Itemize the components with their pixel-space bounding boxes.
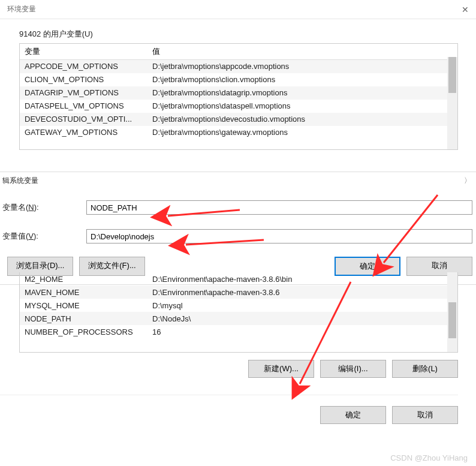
table-row[interactable]: DEVECOSTUDIO_VM_OPTI...D:\jetbra\vmoptio… bbox=[20, 113, 457, 126]
user-vars-table: 变量 值 APPCODE_VM_OPTIONSD:\jetbra\vmoptio… bbox=[19, 43, 458, 150]
table-row[interactable]: NODE_PATHD:\NodeJs\ bbox=[20, 312, 457, 325]
table-row[interactable]: M2_HOMED:\Environment\apache-maven-3.8.6… bbox=[20, 272, 457, 285]
scrollbar-thumb[interactable] bbox=[448, 57, 456, 93]
var-name-input[interactable] bbox=[86, 200, 472, 215]
scrollbar[interactable] bbox=[447, 272, 457, 352]
var-value-label: 变量值(V): bbox=[2, 231, 86, 242]
table-row[interactable]: CLION_VM_OPTIONSD:\jetbra\vmoptions\clio… bbox=[20, 73, 457, 86]
delete-button[interactable]: 删除(L) bbox=[392, 360, 458, 378]
table-row[interactable]: GATEWAY_VM_OPTIONSD:\jetbra\vmoptions\ga… bbox=[20, 126, 457, 139]
user-vars-label: 91402 的用户变量(U) bbox=[0, 19, 476, 43]
table-row[interactable]: NUMBER_OF_PROCESSORS16 bbox=[20, 325, 457, 338]
watermark: CSDN @Zhou YiHang bbox=[390, 453, 468, 462]
final-cancel-button[interactable]: 取消 bbox=[392, 406, 458, 424]
col-header-var[interactable]: 变量 bbox=[20, 44, 147, 60]
edit-button[interactable]: 编辑(I)... bbox=[320, 360, 386, 378]
final-ok-button[interactable]: 确定 bbox=[320, 406, 386, 424]
table-row[interactable]: MYSQL_HOMED:\mysql bbox=[20, 299, 457, 312]
table-row[interactable]: DATAGRIP_VM_OPTIONSD:\jetbra\vmoptions\d… bbox=[20, 86, 457, 100]
sys-vars-table: M2_HOMED:\Environment\apache-maven-3.8.6… bbox=[19, 272, 458, 353]
col-header-val[interactable]: 值 bbox=[147, 44, 457, 60]
table-row[interactable]: DATASPELL_VM_OPTIONSD:\jetbra\vmoptions\… bbox=[20, 100, 457, 113]
var-name-label: 变量名(N): bbox=[2, 202, 86, 213]
var-value-input[interactable] bbox=[86, 229, 472, 243]
table-row[interactable]: APPCODE_VM_OPTIONSD:\jetbra\vmoptions\ap… bbox=[20, 60, 457, 73]
scrollbar-thumb[interactable] bbox=[448, 302, 456, 338]
scrollbar[interactable] bbox=[447, 57, 457, 149]
dialog-title: 辑系统变量 〉 bbox=[0, 172, 476, 186]
table-row[interactable]: MAVEN_HOMED:\Environment\apache-maven-3.… bbox=[20, 285, 457, 299]
new-button[interactable]: 新建(W)... bbox=[248, 360, 314, 378]
chevron-right-icon: 〉 bbox=[464, 176, 471, 186]
edit-system-var-dialog: 辑系统变量 〉 变量名(N): 变量值(V): 浏览目录(D)... 浏览文件(… bbox=[0, 172, 476, 285]
close-icon[interactable]: ✕ bbox=[462, 5, 469, 14]
window-title: 环境变量 bbox=[7, 4, 36, 14]
titlebar: 环境变量 ✕ bbox=[0, 0, 476, 19]
